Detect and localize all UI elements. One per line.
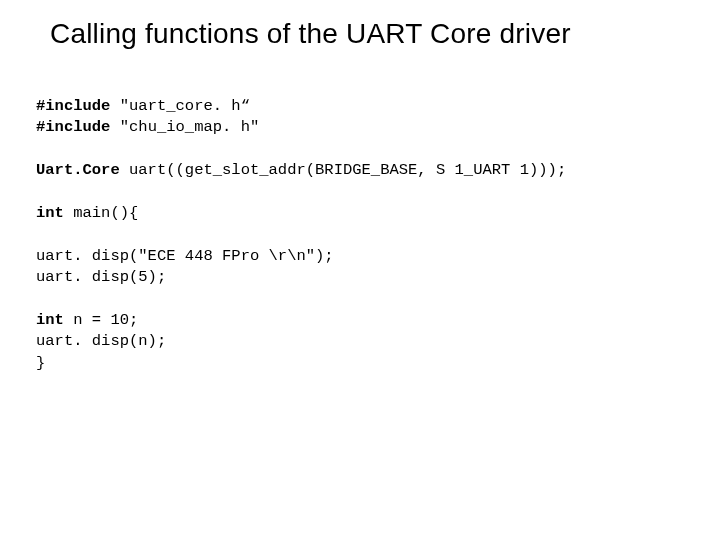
decl-n: n = 10;	[64, 311, 138, 329]
kw-include-2: #include	[36, 118, 110, 136]
include-1-rest: "uart_core. h“	[110, 97, 250, 115]
decl-uart: uart((get_slot_addr(BRIDGE_BASE, S 1_UAR…	[120, 161, 566, 179]
type-uartcore: Uart.Core	[36, 161, 120, 179]
kw-int-main: int	[36, 204, 64, 222]
closing-brace: }	[36, 354, 45, 372]
include-2-rest: "chu_io_map. h"	[110, 118, 259, 136]
code-block: #include "uart_core. h“ #include "chu_io…	[36, 96, 684, 374]
slide: Calling functions of the UART Core drive…	[0, 0, 720, 540]
main-sig: main(){	[64, 204, 138, 222]
call-disp-n: uart. disp(n);	[36, 332, 166, 350]
call-disp-5: uart. disp(5);	[36, 268, 166, 286]
kw-include-1: #include	[36, 97, 110, 115]
slide-title: Calling functions of the UART Core drive…	[50, 18, 684, 50]
kw-int-n: int	[36, 311, 64, 329]
call-disp-str: uart. disp("ECE 448 FPro \r\n");	[36, 247, 334, 265]
